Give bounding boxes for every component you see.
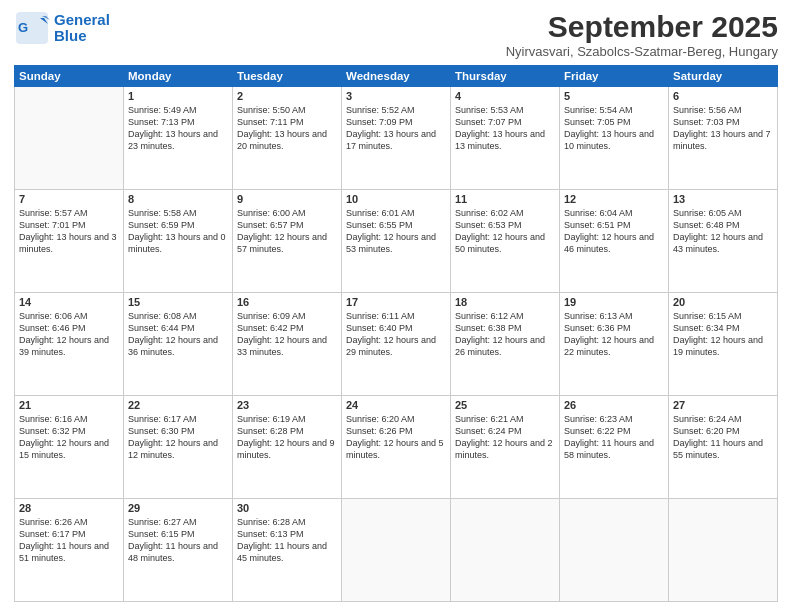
day-info: Sunrise: 5:49 AMSunset: 7:13 PMDaylight:… [128,104,228,153]
day-info: Sunrise: 6:00 AMSunset: 6:57 PMDaylight:… [237,207,337,256]
table-row: 11Sunrise: 6:02 AMSunset: 6:53 PMDayligh… [451,190,560,293]
table-row: 25Sunrise: 6:21 AMSunset: 6:24 PMDayligh… [451,396,560,499]
day-number: 24 [346,399,446,411]
day-info: Sunrise: 6:26 AMSunset: 6:17 PMDaylight:… [19,516,119,565]
table-row: 22Sunrise: 6:17 AMSunset: 6:30 PMDayligh… [124,396,233,499]
day-info: Sunrise: 5:52 AMSunset: 7:09 PMDaylight:… [346,104,446,153]
day-number: 27 [673,399,773,411]
day-info: Sunrise: 6:13 AMSunset: 6:36 PMDaylight:… [564,310,664,359]
day-number: 9 [237,193,337,205]
day-info: Sunrise: 6:17 AMSunset: 6:30 PMDaylight:… [128,413,228,462]
day-info: Sunrise: 5:57 AMSunset: 7:01 PMDaylight:… [19,207,119,256]
th-monday: Monday [124,66,233,87]
location: Nyirvasvari, Szabolcs-Szatmar-Bereg, Hun… [506,44,778,59]
day-info: Sunrise: 6:06 AMSunset: 6:46 PMDaylight:… [19,310,119,359]
day-info: Sunrise: 6:11 AMSunset: 6:40 PMDaylight:… [346,310,446,359]
header: G General Blue September 2025 Nyirvasvar… [14,10,778,59]
day-number: 6 [673,90,773,102]
th-tuesday: Tuesday [233,66,342,87]
table-row: 2Sunrise: 5:50 AMSunset: 7:11 PMDaylight… [233,87,342,190]
day-number: 11 [455,193,555,205]
table-row: 23Sunrise: 6:19 AMSunset: 6:28 PMDayligh… [233,396,342,499]
calendar-week-row: 14Sunrise: 6:06 AMSunset: 6:46 PMDayligh… [15,293,778,396]
day-number: 3 [346,90,446,102]
table-row: 21Sunrise: 6:16 AMSunset: 6:32 PMDayligh… [15,396,124,499]
day-info: Sunrise: 5:50 AMSunset: 7:11 PMDaylight:… [237,104,337,153]
page: G General Blue September 2025 Nyirvasvar… [0,0,792,612]
calendar-week-row: 1Sunrise: 5:49 AMSunset: 7:13 PMDaylight… [15,87,778,190]
day-number: 26 [564,399,664,411]
table-row [15,87,124,190]
day-number: 25 [455,399,555,411]
calendar-week-row: 28Sunrise: 6:26 AMSunset: 6:17 PMDayligh… [15,499,778,602]
day-number: 16 [237,296,337,308]
day-number: 23 [237,399,337,411]
day-info: Sunrise: 5:58 AMSunset: 6:59 PMDaylight:… [128,207,228,256]
day-number: 2 [237,90,337,102]
day-number: 18 [455,296,555,308]
day-info: Sunrise: 6:15 AMSunset: 6:34 PMDaylight:… [673,310,773,359]
logo-text-area: General Blue [54,12,110,45]
day-number: 7 [19,193,119,205]
table-row: 14Sunrise: 6:06 AMSunset: 6:46 PMDayligh… [15,293,124,396]
day-number: 17 [346,296,446,308]
day-info: Sunrise: 6:19 AMSunset: 6:28 PMDaylight:… [237,413,337,462]
day-number: 28 [19,502,119,514]
day-info: Sunrise: 6:28 AMSunset: 6:13 PMDaylight:… [237,516,337,565]
day-info: Sunrise: 6:20 AMSunset: 6:26 PMDaylight:… [346,413,446,462]
day-number: 13 [673,193,773,205]
day-number: 4 [455,90,555,102]
table-row [342,499,451,602]
day-info: Sunrise: 6:21 AMSunset: 6:24 PMDaylight:… [455,413,555,462]
day-number: 8 [128,193,228,205]
table-row: 12Sunrise: 6:04 AMSunset: 6:51 PMDayligh… [560,190,669,293]
calendar-week-row: 21Sunrise: 6:16 AMSunset: 6:32 PMDayligh… [15,396,778,499]
table-row: 13Sunrise: 6:05 AMSunset: 6:48 PMDayligh… [669,190,778,293]
svg-text:G: G [18,20,28,35]
th-wednesday: Wednesday [342,66,451,87]
table-row [669,499,778,602]
table-row: 10Sunrise: 6:01 AMSunset: 6:55 PMDayligh… [342,190,451,293]
table-row: 27Sunrise: 6:24 AMSunset: 6:20 PMDayligh… [669,396,778,499]
table-row: 7Sunrise: 5:57 AMSunset: 7:01 PMDaylight… [15,190,124,293]
logo: G General Blue [14,10,110,46]
table-row: 28Sunrise: 6:26 AMSunset: 6:17 PMDayligh… [15,499,124,602]
table-row: 9Sunrise: 6:00 AMSunset: 6:57 PMDaylight… [233,190,342,293]
day-info: Sunrise: 6:27 AMSunset: 6:15 PMDaylight:… [128,516,228,565]
table-row: 5Sunrise: 5:54 AMSunset: 7:05 PMDaylight… [560,87,669,190]
day-info: Sunrise: 6:23 AMSunset: 6:22 PMDaylight:… [564,413,664,462]
day-info: Sunrise: 5:53 AMSunset: 7:07 PMDaylight:… [455,104,555,153]
day-info: Sunrise: 6:05 AMSunset: 6:48 PMDaylight:… [673,207,773,256]
day-number: 14 [19,296,119,308]
th-saturday: Saturday [669,66,778,87]
table-row: 4Sunrise: 5:53 AMSunset: 7:07 PMDaylight… [451,87,560,190]
day-info: Sunrise: 6:16 AMSunset: 6:32 PMDaylight:… [19,413,119,462]
logo-line2: Blue [54,28,87,45]
table-row [451,499,560,602]
day-info: Sunrise: 6:09 AMSunset: 6:42 PMDaylight:… [237,310,337,359]
table-row: 16Sunrise: 6:09 AMSunset: 6:42 PMDayligh… [233,293,342,396]
calendar-table: Sunday Monday Tuesday Wednesday Thursday… [14,65,778,602]
weekday-header-row: Sunday Monday Tuesday Wednesday Thursday… [15,66,778,87]
day-number: 29 [128,502,228,514]
day-number: 20 [673,296,773,308]
th-sunday: Sunday [15,66,124,87]
day-info: Sunrise: 6:24 AMSunset: 6:20 PMDaylight:… [673,413,773,462]
table-row: 17Sunrise: 6:11 AMSunset: 6:40 PMDayligh… [342,293,451,396]
day-info: Sunrise: 6:08 AMSunset: 6:44 PMDaylight:… [128,310,228,359]
table-row: 20Sunrise: 6:15 AMSunset: 6:34 PMDayligh… [669,293,778,396]
table-row [560,499,669,602]
day-info: Sunrise: 6:12 AMSunset: 6:38 PMDaylight:… [455,310,555,359]
th-thursday: Thursday [451,66,560,87]
table-row: 26Sunrise: 6:23 AMSunset: 6:22 PMDayligh… [560,396,669,499]
table-row: 8Sunrise: 5:58 AMSunset: 6:59 PMDaylight… [124,190,233,293]
day-info: Sunrise: 5:56 AMSunset: 7:03 PMDaylight:… [673,104,773,153]
day-info: Sunrise: 6:01 AMSunset: 6:55 PMDaylight:… [346,207,446,256]
day-info: Sunrise: 6:04 AMSunset: 6:51 PMDaylight:… [564,207,664,256]
table-row: 18Sunrise: 6:12 AMSunset: 6:38 PMDayligh… [451,293,560,396]
table-row: 29Sunrise: 6:27 AMSunset: 6:15 PMDayligh… [124,499,233,602]
day-number: 30 [237,502,337,514]
logo-icon: G [14,10,50,46]
table-row: 1Sunrise: 5:49 AMSunset: 7:13 PMDaylight… [124,87,233,190]
table-row: 19Sunrise: 6:13 AMSunset: 6:36 PMDayligh… [560,293,669,396]
